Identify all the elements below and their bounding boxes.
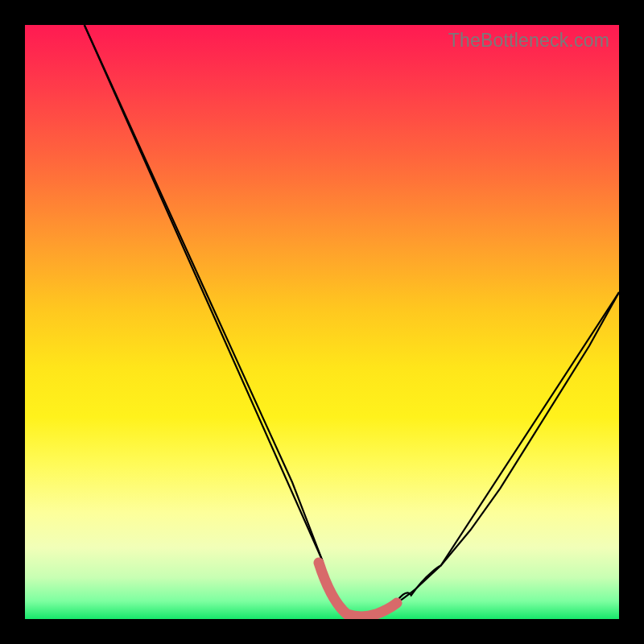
optimal-range-highlight <box>319 563 397 617</box>
bottleneck-curve <box>85 25 619 617</box>
chart-frame: TheBottleneck.com <box>0 0 644 644</box>
chart-svg <box>25 25 619 619</box>
bottleneck-curve-redraw <box>85 25 619 617</box>
chart-plot-area: TheBottleneck.com <box>25 25 619 619</box>
